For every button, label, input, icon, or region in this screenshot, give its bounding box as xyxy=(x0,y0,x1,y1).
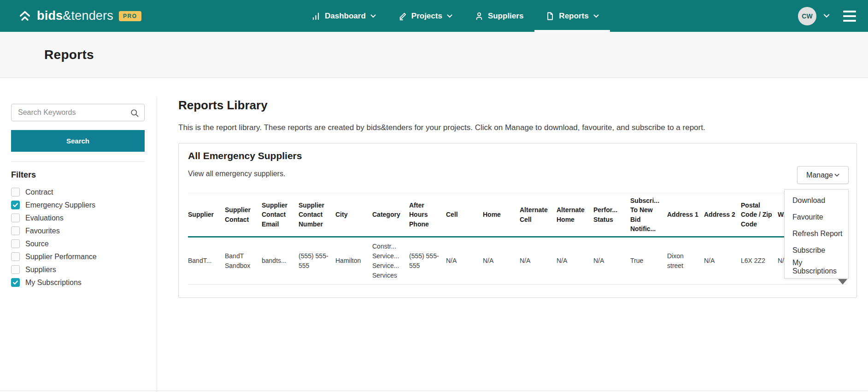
filter-checkbox[interactable] xyxy=(11,265,20,274)
filter-label: Favourites xyxy=(25,227,60,235)
manage-menu-item-my-subscriptions[interactable]: My Subscriptions xyxy=(785,259,848,275)
filter-checkbox[interactable] xyxy=(11,252,20,261)
filter-label: Evaluations xyxy=(25,214,64,222)
table-cell: Constr... Service... Service... Services xyxy=(372,242,409,280)
main-content: Reports Library This is the report libra… xyxy=(157,78,868,392)
column-header: Cell xyxy=(446,210,483,219)
page-bottom-divider xyxy=(0,391,868,391)
suppliers-table: SupplierSupplier ContactSupplier Contact… xyxy=(188,193,847,285)
table-cell: (555) 555-555 xyxy=(299,251,335,271)
table-cell: BandT... xyxy=(188,256,225,266)
table-cell: N/A xyxy=(483,256,520,266)
column-header: Address 2 xyxy=(704,210,741,219)
column-header: Supplier Contact Number xyxy=(299,201,335,229)
filter-checkbox[interactable] xyxy=(11,226,20,235)
filter-item[interactable]: Evaluations xyxy=(11,214,152,222)
column-header: Category xyxy=(372,210,409,219)
nav-item-dashboard[interactable]: Dashboard xyxy=(300,0,387,32)
avatar[interactable]: CW xyxy=(798,7,816,25)
column-header: After Hours Phone xyxy=(409,201,446,229)
search-button[interactable]: Search xyxy=(11,130,145,152)
nav-item-projects[interactable]: Projects xyxy=(387,0,463,32)
reports-library-description: This is the report library. These report… xyxy=(178,123,705,132)
search-box xyxy=(11,104,145,121)
column-header: Home xyxy=(483,210,520,219)
filter-checkbox[interactable] xyxy=(11,239,20,248)
filter-item[interactable]: Emergency Suppliers xyxy=(11,201,152,209)
table-cell: N/A xyxy=(557,256,593,266)
document-icon xyxy=(545,12,555,21)
report-card-title: All Emergency Suppliers xyxy=(188,150,302,161)
report-card: All Emergency Suppliers View all emergen… xyxy=(178,143,857,298)
filter-item[interactable]: Supplier Performance xyxy=(11,252,152,261)
user-chevron-down-icon[interactable] xyxy=(823,14,830,18)
nav-item-label: Projects xyxy=(411,12,442,21)
table-cell: BandT Sandbox xyxy=(225,251,262,271)
sidebar-divider xyxy=(11,161,145,162)
filter-item[interactable]: Contract xyxy=(11,188,152,196)
nav-item-label: Reports xyxy=(559,12,588,21)
pencil-icon xyxy=(398,12,407,21)
manage-menu-item-download[interactable]: Download xyxy=(785,192,848,209)
table-row: BandT...BandT Sandboxbandts...(555) 555-… xyxy=(188,238,847,285)
table-cell: N/A xyxy=(593,256,630,266)
brand-name: bids&tenders xyxy=(37,9,113,23)
filter-checkbox[interactable] xyxy=(11,278,20,287)
filters-sidebar: Search Filters Contract Emergency Suppli… xyxy=(0,78,157,392)
manage-menu-item-refresh-report[interactable]: Refresh Report xyxy=(785,226,848,242)
column-header: Address 1 xyxy=(667,210,704,219)
search-input[interactable] xyxy=(12,104,144,121)
filters-title: Filters xyxy=(11,170,36,180)
table-cell: Dixon street xyxy=(667,251,704,271)
filter-label: Supplier Performance xyxy=(25,253,97,261)
navbar-right-cluster: CW xyxy=(798,0,856,32)
filter-checkbox[interactable] xyxy=(11,201,20,209)
filter-item[interactable]: My Subscriptions xyxy=(11,278,152,287)
filter-item[interactable]: Suppliers xyxy=(11,265,152,274)
column-header: City xyxy=(335,210,372,219)
hamburger-menu-icon[interactable] xyxy=(843,11,856,22)
nav-item-label: Dashboard xyxy=(325,12,366,21)
column-header: Subscri... To New Bid Notific... xyxy=(630,196,667,233)
page-header: Reports xyxy=(0,32,868,78)
column-header: Supplier Contact xyxy=(225,205,262,224)
table-cell: L6X 2Z2 xyxy=(741,256,778,266)
nav-item-reports[interactable]: Reports xyxy=(534,0,610,32)
reports-library-title: Reports Library xyxy=(178,98,268,113)
column-header: Postal Code / Zip Code xyxy=(741,201,778,229)
table-cell: N/A xyxy=(520,256,557,266)
bar-chart-icon xyxy=(311,12,321,21)
table-header-row: SupplierSupplier ContactSupplier Contact… xyxy=(188,193,847,238)
filter-label: Source xyxy=(25,240,49,248)
column-header: Alternate Cell xyxy=(520,205,557,224)
table-cell: True xyxy=(630,256,667,266)
manage-button[interactable]: Manage xyxy=(797,166,849,184)
filter-checkbox[interactable] xyxy=(11,188,20,196)
chevron-down-icon xyxy=(834,173,839,177)
table-cell: Hamilton xyxy=(335,256,372,266)
table-cell: N/A xyxy=(446,256,483,266)
report-card-subtitle: View all emergency suppliers. xyxy=(188,170,285,178)
manage-menu-item-subscribe[interactable]: Subscribe xyxy=(785,242,848,259)
table-cell: N/A xyxy=(704,256,741,266)
page-title: Reports xyxy=(44,48,94,62)
filter-checkbox[interactable] xyxy=(11,214,20,222)
manage-button-label: Manage xyxy=(806,171,833,179)
pro-badge: PRO xyxy=(119,11,141,21)
filter-label: My Subscriptions xyxy=(25,279,82,287)
top-navbar: bids&tenders PRO Dashboard Projects Supp… xyxy=(0,0,868,32)
person-icon xyxy=(475,12,484,21)
horizontal-scrollbar-arrow[interactable] xyxy=(838,279,847,285)
chevron-down-icon xyxy=(370,14,376,18)
filter-list: Contract Emergency Suppliers Evaluations… xyxy=(11,188,152,287)
column-header: Perfor... Status xyxy=(593,205,630,224)
nav-item-label: Suppliers xyxy=(488,12,523,21)
filter-item[interactable]: Favourites xyxy=(11,226,152,235)
filter-label: Contract xyxy=(25,188,53,196)
brand-logo[interactable]: bids&tenders PRO xyxy=(18,0,141,32)
column-header: Supplier xyxy=(188,210,225,219)
filter-item[interactable]: Source xyxy=(11,239,152,248)
manage-menu-item-favourite[interactable]: Favourite xyxy=(785,209,848,226)
nav-item-suppliers[interactable]: Suppliers xyxy=(463,0,534,32)
column-header: Alternate Home xyxy=(557,205,593,224)
